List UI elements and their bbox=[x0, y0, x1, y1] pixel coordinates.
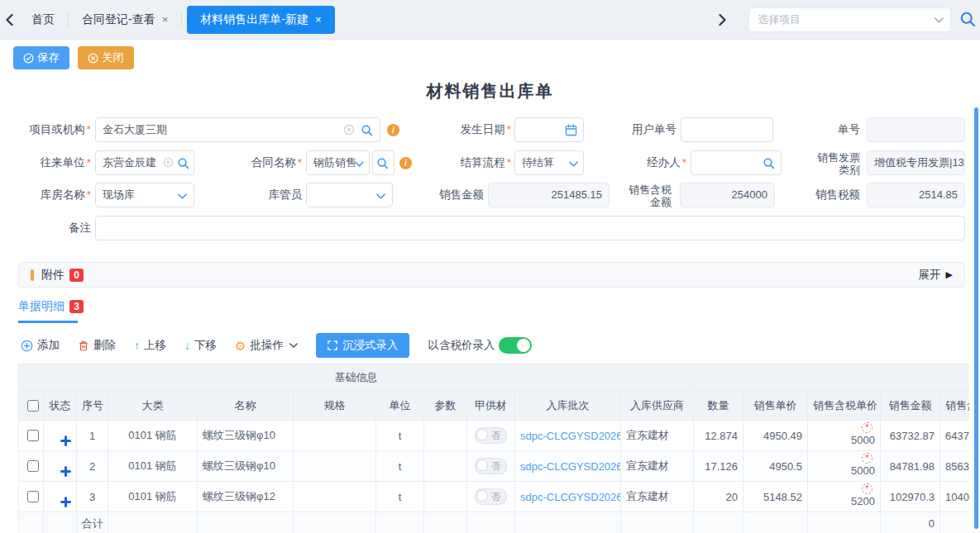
batch-operation-button[interactable]: ⚙ 批操作 bbox=[235, 338, 298, 353]
doc-no-label: 单号 bbox=[786, 117, 860, 142]
col-qty: 数量 bbox=[694, 391, 743, 421]
project-select[interactable]: 选择项目 bbox=[748, 7, 951, 32]
clear-icon[interactable] bbox=[343, 124, 355, 136]
tab-home[interactable]: 首页 bbox=[18, 0, 68, 40]
detail-count-badge: 3 bbox=[69, 300, 84, 313]
required-marker-icon bbox=[862, 453, 872, 464]
total-label: 合计 bbox=[77, 512, 108, 533]
search-icon[interactable] bbox=[361, 124, 373, 136]
detail-table-wrapper: 基础信息 状态 序号 大类 名称 规格 单位 参数 甲供材 入库批次 入库供应商… bbox=[18, 364, 969, 533]
column-header-row: 状态 序号 大类 名称 规格 单位 参数 甲供材 入库批次 入库供应商 数量 销… bbox=[19, 391, 970, 421]
batch-link[interactable]: sdpc-CLCGYSD2026010 bbox=[520, 430, 621, 442]
user-no-input[interactable] bbox=[681, 117, 773, 142]
col-amount-tax: 销售含税金额 bbox=[940, 391, 969, 421]
close-icon[interactable] bbox=[315, 13, 322, 26]
close-button-label: 关闭 bbox=[102, 50, 124, 65]
col-batch: 入库批次 bbox=[515, 391, 621, 421]
col-name: 名称 bbox=[198, 391, 294, 421]
search-icon[interactable] bbox=[762, 157, 775, 169]
col-price: 销售单价 bbox=[743, 391, 808, 421]
remark-label: 备注 bbox=[8, 216, 91, 240]
close-button[interactable]: 关闭 bbox=[78, 46, 134, 69]
vertical-scrollbar[interactable] bbox=[974, 107, 978, 529]
row-checkbox[interactable] bbox=[27, 460, 39, 472]
tab-detail[interactable]: 单据明细 3 bbox=[18, 299, 84, 314]
warehouse-select[interactable]: 现场库 bbox=[95, 183, 194, 207]
page-title: 材料销售出库单 bbox=[0, 80, 980, 102]
counterparty-input[interactable]: 东营金辰建 bbox=[95, 150, 194, 175]
handler-input[interactable] bbox=[691, 150, 782, 175]
col-price-tax: 销售含税单价 bbox=[808, 391, 881, 421]
save-button[interactable]: 保存 bbox=[13, 46, 69, 69]
contract-search-button[interactable] bbox=[372, 150, 394, 175]
tax-entry-toggle[interactable] bbox=[499, 337, 532, 354]
settle-flow-value: 待结算 bbox=[522, 156, 554, 169]
close-icon[interactable] bbox=[162, 13, 169, 26]
immersive-entry-button[interactable]: 沉浸式录入 bbox=[316, 333, 410, 358]
doc-no-input bbox=[867, 117, 965, 142]
col-spec: 规格 bbox=[294, 391, 376, 421]
warehouse-value: 现场库 bbox=[103, 188, 135, 201]
row-checkbox[interactable] bbox=[27, 491, 39, 502]
sale-amount-tax-value: 254000 bbox=[732, 188, 767, 201]
tab-label: 合同登记-查看 bbox=[82, 12, 155, 27]
calendar-icon[interactable] bbox=[565, 124, 577, 136]
user-no-label: 用户单号 bbox=[600, 117, 676, 142]
project-input[interactable]: 金石大厦三期 bbox=[95, 117, 380, 142]
group-header-row: 基础信息 bbox=[19, 364, 970, 391]
owner-supplied-toggle[interactable]: 否 bbox=[475, 488, 507, 505]
search-icon[interactable] bbox=[177, 157, 189, 169]
invoice-type-input: 增值税专用发票|13% bbox=[867, 150, 965, 175]
remark-input[interactable] bbox=[95, 216, 965, 240]
row-checkbox[interactable] bbox=[27, 430, 39, 441]
delete-row-button[interactable]: 删除 bbox=[78, 338, 116, 353]
expand-triangle-icon: ▶ bbox=[946, 269, 953, 280]
expand-button[interactable]: 展开 ▶ bbox=[919, 268, 953, 283]
info-icon[interactable]: i bbox=[399, 157, 412, 169]
table-row: 3 0101 钢筋 螺纹三级钢φ12 t 否 sdpc-CLCGYSD20260… bbox=[19, 482, 970, 512]
move-down-button[interactable]: ↓ 下移 bbox=[184, 338, 217, 353]
col-supplier: 入库供应商 bbox=[621, 391, 694, 421]
counterparty-label: 往来单位* bbox=[8, 150, 91, 175]
tab-label: 材料销售出库单-新建 bbox=[200, 12, 308, 27]
settle-flow-select[interactable]: 待结算 bbox=[514, 150, 584, 175]
trash-icon bbox=[78, 340, 89, 352]
detail-tab-underline bbox=[18, 321, 78, 323]
batch-link[interactable]: sdpc-CLCGYSD2026010 bbox=[520, 460, 621, 473]
sale-amount-label: 销售金额 bbox=[414, 183, 484, 207]
date-input[interactable] bbox=[514, 117, 584, 142]
x-circle-icon bbox=[88, 53, 98, 64]
contract-label: 合同名称* bbox=[223, 150, 302, 175]
forward-chevron-icon[interactable] bbox=[713, 0, 731, 40]
invoice-type-label: 销售发票 类别 bbox=[796, 151, 860, 176]
back-chevron-icon[interactable] bbox=[0, 0, 18, 40]
detail-tab-label: 单据明细 bbox=[18, 299, 65, 314]
check-circle-icon bbox=[23, 53, 34, 64]
owner-supplied-toggle[interactable]: 否 bbox=[475, 427, 507, 444]
tab-contract-view[interactable]: 合同登记-查看 bbox=[69, 0, 181, 40]
tab-material-sales-new[interactable]: 材料销售出库单-新建 bbox=[187, 6, 334, 34]
keeper-select[interactable] bbox=[306, 183, 393, 207]
info-icon[interactable]: i bbox=[387, 124, 399, 136]
sale-tax-value: 2514.85 bbox=[919, 188, 958, 201]
col-category: 大类 bbox=[108, 391, 198, 421]
chevron-down-icon bbox=[289, 343, 298, 348]
search-icon[interactable] bbox=[959, 11, 976, 27]
handler-label: 经办人* bbox=[619, 150, 686, 175]
table-toolbar: 添加 删除 ↑ 上移 ↓ 下移 ⚙ 批操作 沉浸式录入 bbox=[21, 332, 532, 359]
contract-select[interactable]: 钢筋销售 bbox=[306, 150, 370, 175]
project-label: 项目或机构* bbox=[8, 117, 91, 142]
chevron-down-icon bbox=[935, 17, 944, 23]
keeper-label: 库管员 bbox=[223, 183, 302, 207]
group-header-empty bbox=[694, 364, 969, 391]
move-up-button[interactable]: ↑ 上移 bbox=[134, 338, 166, 353]
arrow-up-icon: ↑ bbox=[134, 339, 140, 352]
select-all-checkbox[interactable] bbox=[27, 400, 39, 412]
attachments-label: 附件 bbox=[41, 268, 65, 283]
batch-link[interactable]: sdpc-CLCGYSD2026010 bbox=[520, 491, 621, 503]
material-sales-outbound-page: 首页 合同登记-查看 材料销售出库单-新建 选择项目 保存 bbox=[0, 0, 980, 533]
clear-icon[interactable] bbox=[163, 157, 174, 168]
owner-supplied-toggle[interactable]: 否 bbox=[475, 458, 507, 474]
add-row-button[interactable]: 添加 bbox=[21, 338, 60, 353]
attachments-bar[interactable]: 附件 0 展开 ▶ bbox=[18, 262, 965, 288]
